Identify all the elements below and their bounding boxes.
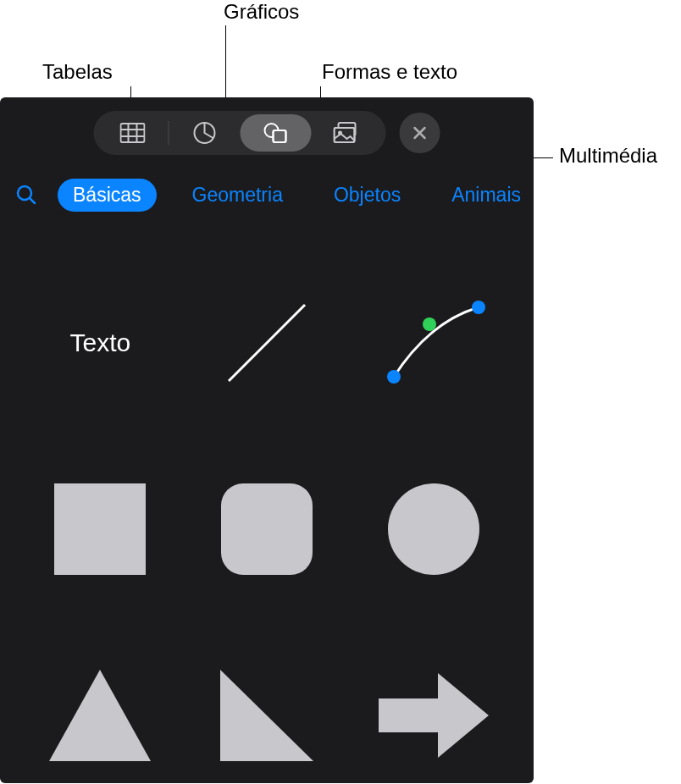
shapes-icon bbox=[263, 122, 289, 144]
search-button[interactable] bbox=[15, 184, 37, 206]
shapes-button[interactable] bbox=[241, 114, 312, 152]
categories-row: Básicas Geometria Objetos Animais N bbox=[0, 172, 534, 218]
category-basicas[interactable]: Básicas bbox=[58, 179, 157, 212]
square-icon bbox=[54, 483, 146, 575]
arrow-icon bbox=[379, 673, 489, 758]
text-shape-label: Texto bbox=[69, 329, 130, 357]
chart-icon bbox=[193, 121, 217, 145]
callout-graficos: Gráficos bbox=[224, 0, 299, 24]
curve-icon bbox=[379, 292, 489, 394]
shape-arrow[interactable] bbox=[358, 631, 508, 783]
shape-triangle[interactable] bbox=[25, 631, 175, 783]
shape-square[interactable] bbox=[25, 444, 175, 614]
close-button[interactable] bbox=[400, 113, 440, 153]
svg-line-17 bbox=[229, 305, 305, 381]
svg-marker-22 bbox=[220, 670, 313, 761]
svg-line-16 bbox=[30, 198, 35, 203]
toolbar bbox=[94, 111, 440, 155]
category-geometria[interactable]: Geometria bbox=[177, 179, 298, 212]
shape-rounded-square[interactable] bbox=[192, 444, 342, 614]
rounded-square-icon bbox=[221, 483, 313, 575]
category-animais[interactable]: Animais bbox=[436, 179, 534, 212]
media-button[interactable] bbox=[312, 114, 383, 152]
svg-point-19 bbox=[423, 317, 436, 331]
callout-multimedia: Multimédia bbox=[559, 144, 657, 168]
tables-button[interactable] bbox=[97, 114, 169, 152]
shape-line[interactable] bbox=[192, 258, 342, 428]
table-icon bbox=[120, 123, 146, 143]
shape-right-triangle[interactable] bbox=[192, 631, 342, 783]
svg-point-18 bbox=[387, 370, 401, 384]
shape-text[interactable]: Texto bbox=[25, 258, 175, 428]
callout-tabelas: Tabelas bbox=[42, 60, 113, 84]
svg-rect-10 bbox=[335, 128, 355, 142]
callout-formas: Formas e texto bbox=[322, 60, 457, 84]
line-icon bbox=[216, 292, 318, 394]
svg-marker-23 bbox=[379, 673, 489, 758]
shape-circle[interactable] bbox=[358, 444, 508, 614]
circle-icon bbox=[388, 483, 479, 575]
svg-rect-0 bbox=[121, 124, 145, 142]
shapes-grid: Texto bbox=[0, 241, 534, 783]
segmented-control bbox=[94, 111, 386, 155]
search-icon bbox=[15, 184, 37, 206]
svg-marker-21 bbox=[49, 670, 151, 761]
category-objetos[interactable]: Objetos bbox=[318, 179, 416, 212]
triangle-icon bbox=[49, 670, 151, 761]
svg-point-20 bbox=[472, 301, 485, 314]
svg-rect-7 bbox=[274, 130, 286, 142]
charts-button[interactable] bbox=[169, 114, 241, 152]
close-icon bbox=[412, 125, 428, 141]
right-triangle-icon bbox=[220, 670, 313, 761]
shape-curve[interactable] bbox=[358, 258, 508, 428]
media-icon bbox=[334, 122, 361, 144]
insert-panel: Básicas Geometria Objetos Animais N Text… bbox=[0, 97, 534, 783]
